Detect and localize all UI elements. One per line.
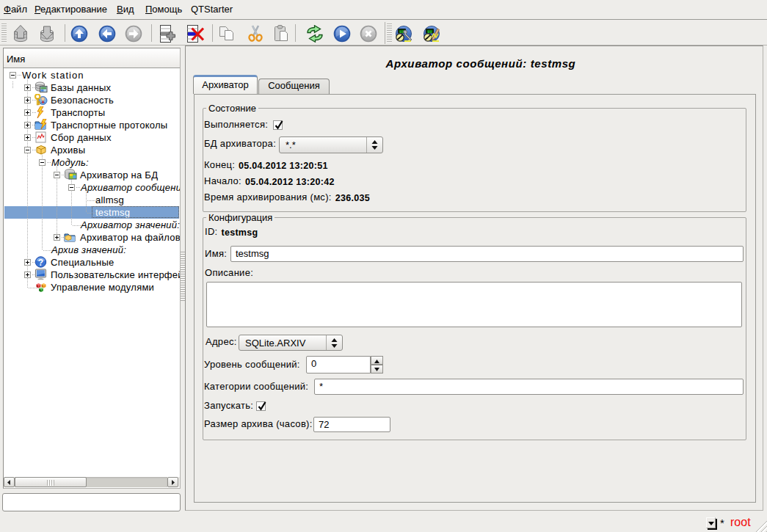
svg-text:?: ? [38,258,43,268]
